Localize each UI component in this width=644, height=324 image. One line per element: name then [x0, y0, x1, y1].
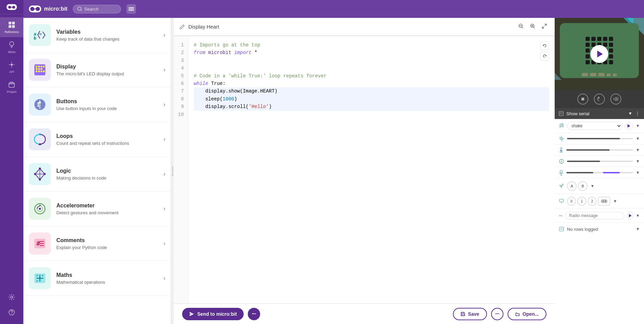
- reference-item-display[interactable]: Display The micro:bit's LED display outp…: [23, 53, 171, 87]
- compass-slider[interactable]: [567, 161, 633, 162]
- mic-slider-container[interactable]: [566, 171, 633, 175]
- content-area: a = b Variables Keep track of data that …: [23, 18, 644, 324]
- code-content[interactable]: # Imports go at the top from microbit im…: [188, 36, 555, 303]
- logo: [7, 4, 17, 10]
- sidebar-item-settings[interactable]: [0, 290, 23, 305]
- sidebar-item-reference[interactable]: Reference: [0, 17, 23, 37]
- light-slider-container[interactable]: [567, 137, 633, 141]
- sidebar-nav: Reference Ideas: [0, 14, 23, 290]
- undo-redo-buttons: [540, 41, 549, 61]
- save-more-button[interactable]: [491, 308, 503, 320]
- reference-item-comments[interactable]: # Comments Explain your Python code ›: [23, 226, 171, 261]
- sidebar-item-project[interactable]: Project: [0, 77, 23, 97]
- open-icon: [515, 312, 520, 316]
- pin-logo[interactable]: [598, 197, 610, 206]
- button-b[interactable]: B: [578, 181, 588, 191]
- temp-slider[interactable]: [566, 149, 633, 151]
- radio-expand-button[interactable]: ▼: [636, 213, 640, 218]
- shake-select[interactable]: shake: [567, 122, 622, 130]
- radio-send-button[interactable]: [627, 212, 633, 220]
- logic-text: Logic Making decisions in code: [56, 168, 158, 181]
- collapse-button[interactable]: [126, 4, 136, 14]
- code-container[interactable]: 1 2 3 4 5 6 7 8 9 10: [174, 36, 555, 303]
- reference-item-logic[interactable]: Logic Making decisions in code ›: [23, 157, 171, 192]
- top-header: micro:bit Search: [23, 0, 644, 18]
- shake-play-button[interactable]: [625, 122, 633, 130]
- project-svg: [8, 81, 15, 88]
- reference-item-maths[interactable]: Maths Mathematical operations ›: [23, 261, 171, 296]
- reference-item-buttons[interactable]: Buttons Use button inputs in your code ›: [23, 87, 171, 122]
- light-slider[interactable]: [567, 138, 633, 139]
- send-more-button[interactable]: [248, 308, 260, 320]
- pin-2[interactable]: 2: [588, 197, 597, 206]
- serial-more-button[interactable]: ⋮: [635, 111, 640, 116]
- log-expand-button[interactable]: ▼: [636, 227, 640, 231]
- reference-item-variables[interactable]: a = b Variables Keep track of data that …: [23, 18, 171, 53]
- svg-rect-39: [41, 71, 42, 72]
- sidebar-item-help[interactable]: [0, 305, 23, 320]
- sidebar-item-ideas[interactable]: Ideas: [0, 37, 23, 57]
- drag-handle-dots: [172, 166, 173, 176]
- sim-play-button[interactable]: [590, 45, 608, 63]
- svg-point-81: [497, 313, 498, 314]
- led-1-0: [586, 43, 590, 47]
- save-label: Save: [468, 311, 479, 317]
- serial-dropdown-button[interactable]: ▼: [628, 111, 632, 116]
- conn-3v: [607, 74, 611, 76]
- pin-0[interactable]: 0: [567, 197, 576, 206]
- open-button[interactable]: Open...: [508, 308, 546, 320]
- sim-restart-button[interactable]: [594, 94, 605, 105]
- redo-button[interactable]: [540, 52, 549, 61]
- radio-message-input[interactable]: [565, 212, 624, 219]
- svg-point-111: [560, 215, 561, 216]
- zoom-in-button[interactable]: [528, 22, 537, 31]
- svg-rect-110: [604, 201, 606, 202]
- expand-icon: [542, 23, 547, 29]
- reference-item-accelerometer[interactable]: Accelerometer Detect gestures and moveme…: [23, 192, 171, 226]
- svg-rect-3: [9, 22, 11, 24]
- sim-stop-button[interactable]: [577, 94, 588, 105]
- svg-rect-83: [581, 98, 584, 100]
- logo-icon: [7, 4, 17, 10]
- temp-expand-button[interactable]: ▼: [636, 148, 640, 152]
- loops-desc: Count and repeat sets of instructions: [56, 141, 158, 146]
- pin-1[interactable]: 1: [577, 197, 586, 206]
- stop-icon: [581, 97, 585, 101]
- code-line-8: sleep(1000): [194, 95, 549, 103]
- svg-line-95: [563, 140, 564, 141]
- help-icon: [8, 308, 16, 316]
- ideas-icon: [8, 41, 16, 49]
- send-to-microbit-button[interactable]: Send to micro:bit: [182, 308, 244, 320]
- compass-slider-container[interactable]: [567, 159, 633, 163]
- buttons-expand-button[interactable]: ▼: [590, 184, 595, 188]
- temp-slider-container[interactable]: [566, 148, 633, 152]
- svg-point-49: [44, 173, 46, 175]
- light-expand-button[interactable]: ▼: [636, 136, 640, 141]
- button-a[interactable]: A: [567, 181, 577, 191]
- maths-title: Maths: [56, 272, 158, 278]
- settings-svg: [8, 294, 15, 301]
- reference-item-loops[interactable]: Loops Count and repeat sets of instructi…: [23, 122, 171, 157]
- expand-button[interactable]: [540, 22, 549, 31]
- mic-expand-button[interactable]: ▼: [636, 170, 640, 175]
- compass-expand-button[interactable]: ▼: [636, 159, 640, 164]
- svg-rect-103: [560, 170, 562, 173]
- undo-button[interactable]: [540, 41, 549, 50]
- mic-slider[interactable]: [566, 172, 633, 173]
- variables-title: Variables: [56, 29, 158, 35]
- header-logo-text: micro:bit: [44, 6, 67, 12]
- save-button[interactable]: Save: [453, 308, 487, 320]
- panel-drag-handle[interactable]: [171, 18, 174, 324]
- svg-rect-4: [12, 22, 15, 24]
- search-bar[interactable]: Search: [73, 5, 121, 13]
- conn-gnd: [613, 74, 617, 76]
- zoom-out-button[interactable]: [516, 22, 526, 31]
- sidebar-item-reference-label: Reference: [4, 30, 19, 34]
- shake-expand-button[interactable]: ▼: [636, 123, 640, 128]
- sim-volume-button[interactable]: [610, 94, 621, 105]
- volume-icon: [613, 97, 618, 101]
- sidebar-item-api[interactable]: API: [0, 57, 23, 77]
- accelerometer-text: Accelerometer Detect gestures and moveme…: [56, 203, 158, 215]
- pins-expand-button[interactable]: ▼: [613, 199, 617, 204]
- svg-rect-31: [38, 66, 40, 67]
